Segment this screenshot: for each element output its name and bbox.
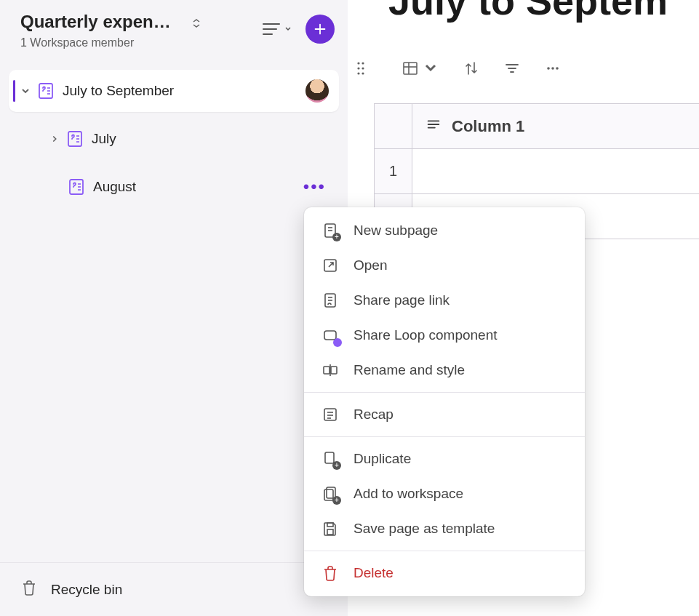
loop-page-icon bbox=[36, 81, 55, 100]
menu-item-label: Save page as template bbox=[354, 521, 495, 537]
tree-item-label: August bbox=[93, 179, 299, 195]
filter-button[interactable] bbox=[503, 60, 521, 77]
block-toolbar bbox=[348, 23, 699, 77]
menu-item-label: Recap bbox=[354, 407, 394, 423]
svg-point-21 bbox=[357, 72, 359, 74]
row-number-1[interactable]: 1 bbox=[375, 149, 412, 194]
menu-separator bbox=[304, 551, 585, 551]
recap-icon bbox=[321, 406, 339, 423]
svg-point-18 bbox=[362, 62, 364, 64]
page-title[interactable]: July to Septem bbox=[348, 0, 699, 23]
menu-item-label: Delete bbox=[354, 565, 394, 581]
menu-new-subpage[interactable]: + New subpage bbox=[304, 213, 585, 248]
table-corner-cell[interactable] bbox=[375, 104, 412, 149]
menu-item-label: Duplicate bbox=[354, 451, 411, 467]
page-context-menu: + New subpage Open Share page link Share… bbox=[304, 207, 585, 596]
new-subpage-icon: + bbox=[321, 222, 339, 239]
menu-item-label: Share Loop component bbox=[354, 327, 498, 343]
trash-icon bbox=[20, 579, 38, 600]
tree-item-label: July to September bbox=[63, 83, 305, 99]
sidebar: Quarterly expendit… 1 Workspace member bbox=[0, 0, 348, 616]
more-toolbar-button[interactable] bbox=[544, 60, 562, 77]
workspace-title-wrap: Quarterly expendit… 1 Workspace member bbox=[20, 12, 256, 49]
menu-recap[interactable]: Recap bbox=[304, 397, 585, 432]
chevron-down-icon[interactable] bbox=[17, 85, 33, 97]
table-type-button[interactable] bbox=[402, 60, 439, 77]
svg-point-22 bbox=[362, 72, 364, 74]
menu-item-label: Open bbox=[354, 257, 387, 273]
svg-rect-13 bbox=[70, 180, 83, 194]
svg-rect-5 bbox=[39, 84, 52, 98]
view-options-button[interactable] bbox=[262, 21, 292, 37]
menu-share-loop-component[interactable]: Share Loop component bbox=[304, 318, 585, 353]
header-tools bbox=[262, 15, 335, 44]
svg-rect-23 bbox=[404, 63, 417, 74]
tree-item-label: July bbox=[92, 131, 330, 147]
menu-duplicate[interactable]: + Duplicate bbox=[304, 441, 585, 476]
svg-rect-9 bbox=[68, 132, 81, 146]
save-template-icon bbox=[321, 520, 339, 537]
chevron-right-icon[interactable] bbox=[47, 134, 63, 144]
svg-rect-50 bbox=[325, 452, 334, 463]
text-column-icon bbox=[426, 116, 442, 137]
delete-icon bbox=[321, 564, 339, 582]
more-options-button[interactable]: ••• bbox=[299, 177, 330, 197]
workspace-switcher-icon[interactable] bbox=[189, 17, 204, 29]
recycle-bin-label: Recycle bin bbox=[51, 582, 122, 598]
menu-add-to-workspace[interactable]: + Add to workspace bbox=[304, 476, 585, 511]
svg-rect-43 bbox=[324, 367, 329, 374]
menu-item-label: Rename and style bbox=[354, 362, 465, 378]
svg-rect-53 bbox=[327, 523, 333, 527]
menu-save-template[interactable]: Save page as template bbox=[304, 511, 585, 546]
share-link-icon bbox=[321, 292, 339, 309]
share-loop-icon bbox=[321, 327, 339, 344]
recycle-bin-button[interactable]: Recycle bin bbox=[0, 562, 348, 616]
column-header-label: Column 1 bbox=[452, 117, 524, 136]
menu-delete[interactable]: Delete bbox=[304, 556, 585, 591]
rename-icon bbox=[321, 361, 339, 379]
tree-item-july[interactable]: July bbox=[9, 118, 339, 160]
page-tree: July to September July August ••• bbox=[0, 57, 348, 562]
menu-separator bbox=[304, 392, 585, 393]
drag-handle-icon[interactable] bbox=[355, 61, 367, 76]
loop-page-icon bbox=[65, 129, 84, 148]
avatar[interactable] bbox=[305, 79, 329, 103]
loop-page-icon bbox=[67, 177, 86, 196]
sort-button[interactable] bbox=[463, 60, 480, 77]
svg-rect-44 bbox=[331, 367, 337, 374]
menu-separator bbox=[304, 436, 585, 437]
menu-item-label: Share page link bbox=[354, 292, 450, 308]
svg-rect-54 bbox=[327, 529, 333, 535]
menu-item-label: Add to workspace bbox=[354, 486, 463, 502]
column-header-1[interactable]: Column 1 bbox=[412, 104, 700, 149]
menu-share-page-link[interactable]: Share page link bbox=[304, 283, 585, 318]
add-page-button[interactable] bbox=[305, 15, 335, 44]
add-workspace-icon: + bbox=[321, 485, 339, 503]
duplicate-icon: + bbox=[321, 450, 339, 468]
workspace-subtitle: 1 Workspace member bbox=[20, 36, 256, 49]
svg-point-29 bbox=[547, 67, 550, 70]
open-icon bbox=[321, 257, 339, 274]
sidebar-header: Quarterly expendit… 1 Workspace member bbox=[0, 0, 348, 57]
table-cell-r1c1[interactable] bbox=[412, 149, 700, 194]
svg-point-17 bbox=[357, 62, 359, 64]
tree-item-july-to-september[interactable]: July to September bbox=[9, 70, 339, 112]
menu-item-label: New subpage bbox=[354, 223, 438, 239]
menu-open[interactable]: Open bbox=[304, 248, 585, 283]
menu-rename-style[interactable]: Rename and style bbox=[304, 353, 585, 388]
svg-point-30 bbox=[551, 67, 554, 70]
svg-point-31 bbox=[556, 67, 559, 70]
workspace-title[interactable]: Quarterly expendit… bbox=[20, 12, 180, 32]
svg-point-19 bbox=[357, 67, 359, 69]
tree-item-august[interactable]: August ••• bbox=[9, 166, 339, 208]
svg-point-20 bbox=[362, 67, 364, 69]
